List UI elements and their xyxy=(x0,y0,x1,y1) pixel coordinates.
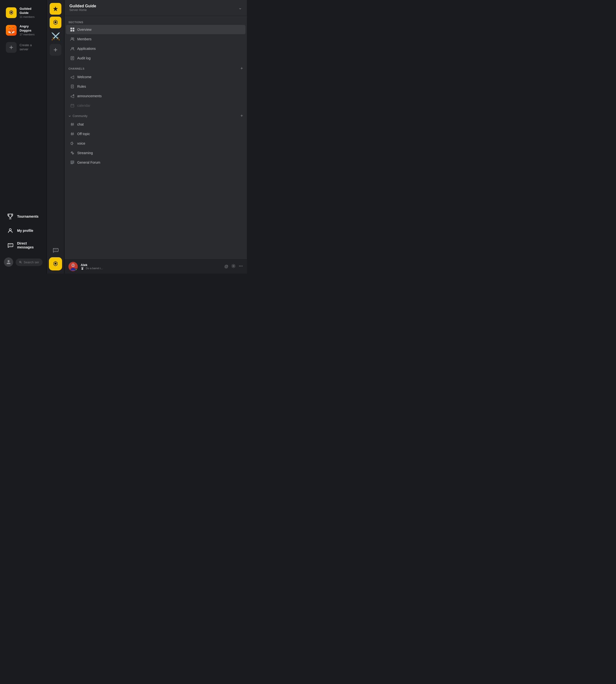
voice-icon xyxy=(70,141,75,146)
sidebar-icon-add[interactable] xyxy=(50,44,61,56)
svg-point-46 xyxy=(72,265,73,266)
server-item-guilded-guide[interactable]: Guilded Guide 11 members xyxy=(2,4,44,21)
svg-point-40 xyxy=(72,153,73,154)
svg-line-31 xyxy=(71,123,72,126)
channel-item-voice[interactable]: voice xyxy=(66,139,245,148)
nav-label-tournaments: Tournaments xyxy=(17,214,39,219)
channel-name-voice: voice xyxy=(77,141,85,145)
svg-point-14 xyxy=(71,38,72,39)
svg-point-1 xyxy=(9,229,11,231)
add-community-channel-button[interactable]: + xyxy=(240,113,243,118)
online-indicator xyxy=(75,269,78,271)
user-actions: @ xyxy=(224,264,243,269)
sidebar-icon-guilded-active[interactable] xyxy=(50,258,61,270)
announcement-icon-welcome xyxy=(70,74,75,79)
channel-item-general-forum[interactable]: General Forum xyxy=(66,158,245,167)
settings-button[interactable] xyxy=(231,264,236,269)
calendar-icon xyxy=(70,103,75,108)
search-bar[interactable] xyxy=(16,258,43,266)
channel-item-rules[interactable]: Rules xyxy=(66,82,245,91)
svg-point-8 xyxy=(55,250,56,250)
channel-item-audit-log[interactable]: Audit log xyxy=(66,53,245,63)
svg-point-51 xyxy=(242,266,242,267)
create-server-button[interactable]: Create a server xyxy=(2,40,44,55)
svg-rect-41 xyxy=(71,161,74,162)
message-icon xyxy=(7,242,14,249)
server-info-angry-doggos: Angry Doggos 17 members xyxy=(20,24,41,36)
svg-point-5 xyxy=(7,260,9,262)
server-name: Guilded Guide xyxy=(20,7,41,15)
svg-rect-12 xyxy=(70,30,72,31)
chevron-down-icon[interactable]: ⌄ xyxy=(238,5,242,10)
channel-name-applications: Applications xyxy=(77,47,96,50)
overview-icon xyxy=(70,27,75,32)
channels-section-label: Channels xyxy=(68,67,85,70)
channel-item-applications[interactable]: Applications xyxy=(66,44,245,53)
channel-name-audit-log: Audit log xyxy=(77,56,90,60)
community-label: Community xyxy=(68,114,88,118)
channel-item-calendar[interactable]: calendar xyxy=(66,101,245,110)
user-name: Alek xyxy=(81,263,221,267)
server-name-angry-doggos: Angry Doggos xyxy=(20,24,41,33)
server-detail: Guilded Guide Server Home ⌄ Sections Ove… xyxy=(65,0,247,274)
svg-point-2 xyxy=(9,245,9,245)
forum-icon xyxy=(70,160,75,165)
svg-rect-42 xyxy=(71,162,74,163)
knight-emoji: ⚔️ xyxy=(51,32,60,41)
channel-item-off-topic[interactable]: Off topic xyxy=(66,129,245,138)
server-item-angry-doggos[interactable]: 🦊 Angry Doggos 17 members xyxy=(2,22,44,39)
channel-item-announcements[interactable]: announcements xyxy=(66,91,245,101)
applications-icon xyxy=(70,46,75,51)
sidebar-icon-bookmarks[interactable] xyxy=(50,3,61,15)
channel-item-chat[interactable]: chat xyxy=(66,120,245,129)
svg-point-15 xyxy=(73,38,74,39)
channel-list: Sections Overview xyxy=(65,16,247,259)
community-section-header: Community + xyxy=(65,110,247,119)
server-members: 11 members xyxy=(20,15,41,19)
sections-label: Sections xyxy=(65,19,247,25)
search-icon xyxy=(19,260,22,264)
channel-item-overview[interactable]: Overview xyxy=(66,25,245,34)
nav-item-tournaments[interactable]: Tournaments xyxy=(2,210,44,223)
nav-label-my-profile: My profile xyxy=(17,229,33,232)
nav-item-my-profile[interactable]: My profile xyxy=(2,224,44,237)
channel-name-welcome: Welcome xyxy=(77,75,91,79)
channel-item-welcome[interactable]: Welcome xyxy=(66,72,245,82)
nav-label-direct-messages: Direct messages xyxy=(17,241,40,249)
svg-line-35 xyxy=(71,132,72,135)
sidebar-icon-knight[interactable]: ⚔️ xyxy=(50,30,61,42)
svg-point-6 xyxy=(20,261,21,263)
user-avatar-small xyxy=(4,257,13,267)
create-server-icon xyxy=(6,42,17,53)
search-bar-container xyxy=(0,255,46,270)
channel-item-members[interactable]: Members xyxy=(66,35,245,44)
search-input[interactable] xyxy=(24,260,39,264)
channel-item-streaming[interactable]: Streaming xyxy=(66,148,245,158)
svg-point-48 xyxy=(233,266,234,267)
svg-point-26 xyxy=(73,94,74,96)
sidebar-icon-guilded[interactable] xyxy=(50,17,61,28)
add-channel-button[interactable]: + xyxy=(240,66,243,71)
bottom-nav: Tournaments My profile Dir xyxy=(0,207,46,255)
svg-point-3 xyxy=(10,245,10,245)
hash-icon-off-topic xyxy=(70,132,75,136)
channel-name-off-topic: Off topic xyxy=(77,132,90,136)
nav-item-direct-messages[interactable]: Direct messages xyxy=(2,238,44,253)
channel-name-calendar: calendar xyxy=(77,104,90,108)
server-info-guilded-guide: Guilded Guide 11 members xyxy=(20,7,41,19)
channel-name-general-forum: General Forum xyxy=(77,160,100,164)
svg-point-17 xyxy=(73,47,74,48)
channel-name-rules: Rules xyxy=(77,85,86,88)
server-list: Guilded Guide 11 members 🦊 Angry Doggos … xyxy=(0,0,47,274)
sidebar-icon-chat[interactable] xyxy=(50,244,61,256)
user-bar: Alek 🐰 Do a barrel r... @ xyxy=(65,259,247,274)
channel-name-chat: chat xyxy=(77,122,84,126)
svg-rect-27 xyxy=(71,105,74,107)
sidebar-icons: ⚔️ xyxy=(47,0,65,274)
more-options-button[interactable] xyxy=(239,264,243,269)
mention-button[interactable]: @ xyxy=(224,264,228,269)
server-detail-header: Guilded Guide Server Home ⌄ xyxy=(65,0,247,16)
svg-rect-10 xyxy=(70,28,72,29)
channel-name-members: Members xyxy=(77,37,91,41)
user-avatar xyxy=(68,262,78,271)
